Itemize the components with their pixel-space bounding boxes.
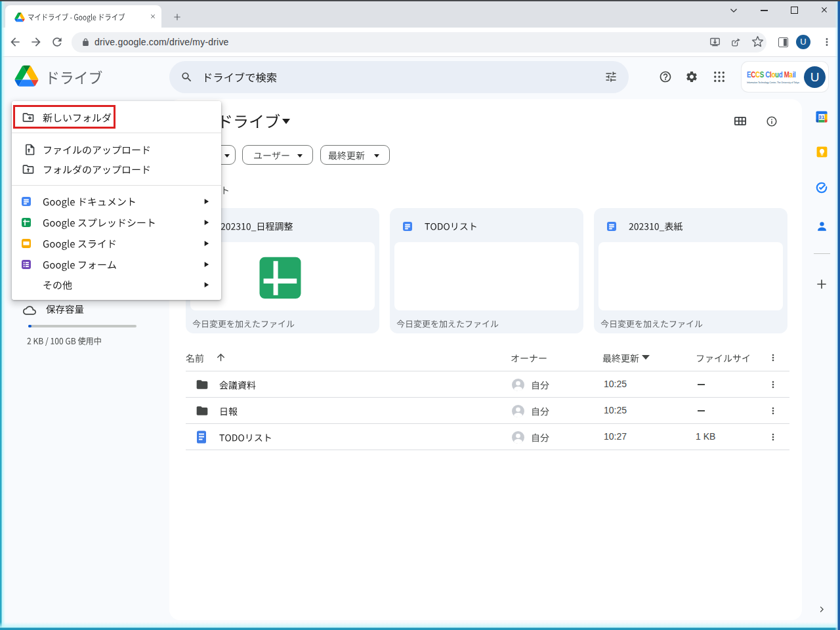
svg-text:31: 31 [819,114,825,120]
